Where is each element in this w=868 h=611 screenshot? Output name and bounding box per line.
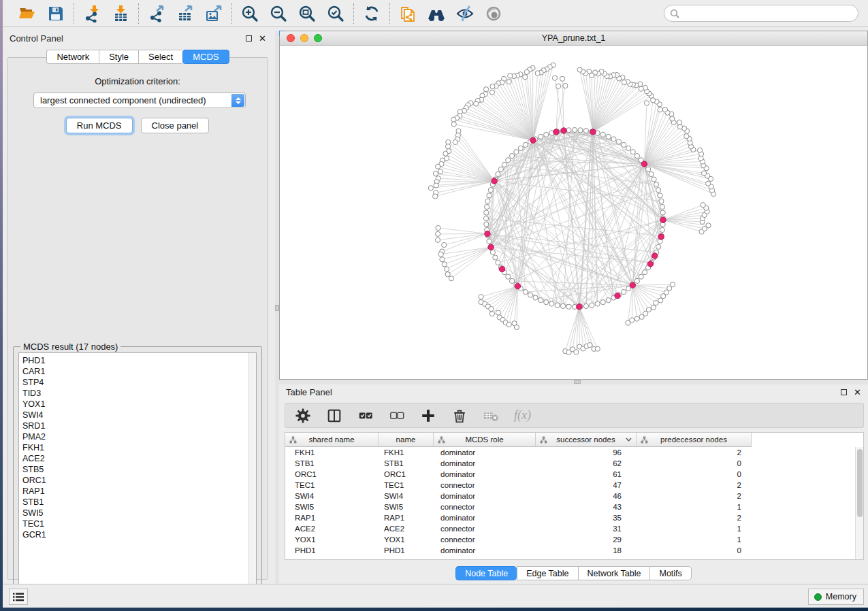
tab-edge-table[interactable]: Edge Table (517, 566, 577, 580)
zoom-fit-icon[interactable] (298, 5, 316, 22)
gear-icon[interactable] (295, 408, 311, 424)
panel-title: Control Panel (10, 33, 63, 44)
table-row[interactable]: SWI4SWI4dominator462 (285, 491, 855, 501)
list-item[interactable]: SWI5 (22, 508, 248, 518)
list-item[interactable]: STP4 (22, 377, 248, 388)
list-item[interactable]: FKH1 (22, 442, 248, 453)
list-item[interactable]: RAP1 (22, 486, 248, 497)
add-icon[interactable] (420, 408, 436, 424)
table-row[interactable]: PHD1PHD1dominator180 (285, 545, 855, 556)
list-item[interactable]: STB1 (22, 497, 248, 508)
table-row[interactable]: ACE2ACE2connector311 (285, 523, 855, 534)
column-header-mcds-role[interactable]: MCDS role (434, 433, 536, 447)
table-row[interactable]: ORC1ORC1dominator610 (285, 469, 855, 480)
zoom-out-icon[interactable] (270, 5, 287, 22)
tab-motifs[interactable]: Motifs (649, 566, 691, 580)
list-item[interactable]: ACE2 (22, 453, 248, 464)
show-graphics-details-icon[interactable] (485, 5, 502, 22)
list-item[interactable]: TEC1 (22, 518, 248, 529)
table-row[interactable]: FKH1FKH1dominator962 (285, 447, 855, 458)
tab-select[interactable]: Select (138, 50, 182, 64)
table-cell: dominator (434, 459, 536, 467)
list-item[interactable]: CAR1 (22, 366, 248, 377)
tab-network-table[interactable]: Network Table (578, 566, 650, 580)
select-all-icon[interactable] (357, 408, 374, 424)
open-file-icon[interactable] (18, 5, 36, 22)
attribute-type-icon (289, 436, 297, 444)
optimization-criterion-select[interactable]: largest connected component (undirected) (33, 93, 246, 108)
delete-icon[interactable] (451, 408, 468, 424)
table-cell: 2 (637, 492, 752, 500)
delete-table-icon (483, 408, 499, 424)
tab-mcds[interactable]: MCDS (182, 50, 229, 64)
list-item[interactable]: TID3 (22, 388, 248, 399)
column-header-successor-nodes[interactable]: successor nodes (536, 433, 637, 447)
import-network-icon[interactable] (83, 5, 101, 22)
close-panel-button[interactable]: Close panel (141, 118, 210, 133)
run-mcds-button[interactable]: Run MCDS (66, 118, 133, 133)
export-network-icon[interactable] (148, 5, 165, 22)
table-row[interactable]: TEC1TEC1connector472 (285, 480, 855, 491)
mcds-list-scrollbar[interactable] (248, 353, 256, 592)
export-table-icon[interactable] (176, 5, 194, 22)
network-canvas[interactable] (280, 46, 867, 379)
memory-button[interactable]: Memory (808, 589, 864, 605)
list-item[interactable]: PHD1 (22, 355, 248, 366)
float-panel-icon[interactable] (841, 389, 847, 395)
tab-network[interactable]: Network (46, 50, 99, 64)
unselect-all-icon[interactable] (389, 408, 405, 424)
close-panel-icon[interactable]: ✕ (854, 388, 861, 397)
splitter-handle[interactable] (574, 380, 581, 384)
tab-node-table[interactable]: Node Table (455, 566, 517, 580)
list-item[interactable]: PMA2 (22, 431, 248, 442)
search-input[interactable] (683, 9, 852, 18)
table-cell: dominator (434, 492, 536, 500)
table-cell: SWI4 (379, 492, 434, 500)
mcds-result-list[interactable]: PHD1CAR1STP4TID3YOX1SWI4SRD1PMA2FKH1ACE2… (19, 353, 248, 592)
column-header-shared-name[interactable]: shared name (285, 433, 379, 447)
refresh-icon[interactable] (363, 5, 381, 22)
table-row[interactable]: STB1STB1dominator620 (285, 458, 855, 469)
table-row[interactable]: SWI5SWI5connector431 (285, 501, 855, 512)
mcds-tab-content: Optimization criterion: largest connecte… (7, 57, 268, 580)
scrollbar-thumb[interactable] (857, 449, 863, 517)
list-item[interactable]: SWI4 (22, 410, 248, 420)
search-icon (670, 9, 679, 18)
zoom-in-icon[interactable] (241, 5, 259, 22)
import-table-icon[interactable] (112, 5, 129, 22)
show-columns-icon[interactable] (326, 408, 342, 424)
task-history-button[interactable] (9, 589, 28, 605)
tab-style[interactable]: Style (99, 50, 138, 64)
table-cell: 31 (536, 525, 637, 533)
table-cell: 1 (637, 503, 752, 511)
column-header-predecessor-nodes[interactable]: predecessor nodes (637, 433, 752, 447)
float-panel-icon[interactable] (246, 35, 252, 42)
table-row[interactable]: RAP1RAP1dominator352 (285, 512, 855, 523)
list-item[interactable]: ORC1 (22, 475, 248, 486)
desktop-background: Control Panel ✕ Network Style Select MCD… (0, 0, 868, 611)
export-image-icon[interactable] (205, 5, 223, 22)
share-document-icon[interactable] (399, 5, 417, 22)
list-item[interactable]: YOX1 (22, 399, 248, 410)
network-window-titlebar[interactable]: YPA_prune.txt_1 (280, 31, 867, 46)
table-cell: TEC1 (285, 481, 379, 489)
table-cell: connector (434, 481, 536, 489)
hide-graphics-details-icon[interactable] (456, 5, 474, 22)
table-cell: FKH1 (285, 448, 379, 457)
list-item[interactable]: GCR1 (22, 529, 248, 540)
table-scrollbar[interactable] (855, 447, 863, 559)
search-network-icon[interactable] (428, 5, 445, 22)
horizontal-splitter[interactable] (279, 380, 868, 384)
close-panel-icon[interactable]: ✕ (259, 34, 266, 43)
list-item[interactable]: STB5 (22, 464, 248, 475)
zoom-selected-icon[interactable] (327, 5, 344, 22)
table-cell: 0 (637, 546, 752, 555)
table-cell: STB1 (285, 459, 379, 467)
optimization-criterion-value: largest connected component (undirected) (40, 95, 206, 105)
save-session-icon[interactable] (47, 5, 65, 22)
list-item[interactable]: SRD1 (22, 420, 248, 431)
search-box (664, 5, 858, 22)
column-header-name[interactable]: name (379, 433, 434, 447)
table-cell: ACE2 (285, 525, 379, 533)
table-row[interactable]: YOX1YOX1connector291 (285, 534, 855, 545)
